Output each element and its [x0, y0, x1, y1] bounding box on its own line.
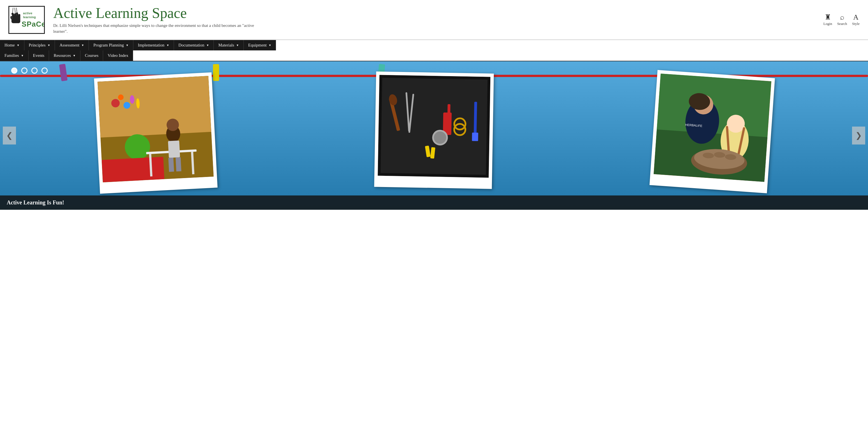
slide-indicators — [11, 67, 48, 74]
materials-dropdown-arrow: ▼ — [236, 44, 239, 47]
program-planning-dropdown-arrow: ▼ — [126, 44, 129, 47]
polaroid-1 — [94, 72, 218, 193]
nav-item-video-index[interactable]: Video Index — [103, 51, 133, 61]
nav-item-assessment[interactable]: Assessment▼ — [55, 40, 89, 51]
nav-item-home[interactable]: Home▼ — [0, 40, 24, 51]
search-label: Search — [837, 22, 847, 26]
implementation-dropdown-arrow: ▼ — [166, 44, 169, 47]
documentation-dropdown-arrow: ▼ — [206, 44, 209, 47]
nav-item-events[interactable]: Events — [29, 51, 49, 61]
equipment-dropdown-arrow: ▼ — [269, 44, 272, 47]
slider-caption: Active Learning Is Fun! — [0, 195, 868, 210]
svg-text:learning: learning — [23, 15, 36, 19]
svg-line-2 — [15, 7, 16, 13]
slider-next-button[interactable]: ❯ — [852, 127, 865, 145]
login-button[interactable]: ♜ Login — [824, 14, 832, 26]
photo-3: HERBALIFE — [654, 74, 771, 182]
nav-row-2: Families▼EventsResources▼CoursesVideo In… — [0, 51, 868, 61]
photo-1 — [97, 76, 214, 182]
photos-container: HERBALIFE — [0, 61, 868, 191]
nav-row-1: Home▼Principles▼Assessment▼Program Plann… — [0, 40, 868, 51]
assessment-dropdown-arrow: ▼ — [81, 44, 84, 47]
svg-rect-9 — [17, 13, 19, 17]
svg-rect-8 — [14, 13, 17, 17]
svg-text:SPaCe: SPaCe — [22, 20, 44, 28]
svg-rect-10 — [18, 14, 20, 17]
nav-item-documentation[interactable]: Documentation▼ — [174, 40, 214, 51]
hero-slider: HERBALIFE ❮ ❯ Active Learning Is Fun! — [0, 61, 868, 210]
svg-rect-29 — [168, 140, 180, 158]
svg-line-0 — [12, 7, 13, 12]
header-actions: ♜ Login ⌕ Search A Style — [824, 14, 860, 26]
nav-item-principles[interactable]: Principles▼ — [24, 40, 55, 51]
resources-dropdown-arrow: ▼ — [73, 54, 76, 57]
login-label: Login — [824, 22, 832, 26]
nav-item-materials[interactable]: Materials▼ — [214, 40, 244, 51]
site-subtitle: Dr. Lilli Nielsen's techniques that emph… — [53, 23, 255, 34]
chevron-right-icon: ❯ — [856, 131, 862, 140]
slider-prev-button[interactable]: ❮ — [3, 127, 16, 145]
site-title-area: Active Learning Space Dr. Lilli Nielsen'… — [53, 5, 824, 34]
site-header: active learning SPaCe Active Learning Sp… — [0, 0, 868, 40]
logo-area: active learning SPaCe — [8, 6, 45, 34]
search-button[interactable]: ⌕ Search — [837, 14, 847, 26]
photo-2 — [378, 75, 490, 178]
style-label: Style — [852, 22, 860, 26]
svg-line-4 — [17, 7, 17, 12]
svg-rect-23 — [102, 157, 164, 182]
svg-rect-39 — [447, 104, 451, 115]
main-nav: Home▼Principles▼Assessment▼Program Plann… — [0, 40, 868, 61]
caption-text: Active Learning Is Fun! — [7, 199, 64, 205]
slide-dot-1[interactable] — [21, 67, 27, 74]
search-icon: ⌕ — [840, 14, 844, 21]
svg-rect-43 — [472, 133, 478, 141]
slider-background: HERBALIFE ❮ ❯ Active Learning Is Fun! — [0, 61, 868, 210]
svg-rect-31 — [176, 157, 182, 172]
slide-dot-0[interactable] — [11, 67, 18, 74]
polaroid-3: HERBALIFE — [649, 70, 775, 193]
nav-item-equipment[interactable]: Equipment▼ — [244, 40, 276, 51]
logo-image: active learning SPaCe — [8, 6, 45, 34]
nav-item-resources[interactable]: Resources▼ — [49, 51, 81, 61]
home-dropdown-arrow: ▼ — [17, 44, 20, 47]
nav-item-implementation[interactable]: Implementation▼ — [133, 40, 174, 51]
site-title: Active Learning Space — [53, 5, 824, 21]
nav-item-program-planning[interactable]: Program Planning▼ — [89, 40, 133, 51]
svg-rect-30 — [168, 158, 174, 172]
style-icon: A — [853, 14, 859, 21]
style-button[interactable]: A Style — [852, 14, 860, 26]
polaroid-2 — [374, 72, 494, 189]
nav-item-courses[interactable]: Courses — [81, 51, 103, 61]
slide-dot-2[interactable] — [31, 67, 37, 74]
person-icon: ♜ — [825, 14, 831, 21]
families-dropdown-arrow: ▼ — [21, 54, 24, 57]
svg-text:active: active — [23, 11, 32, 15]
nav-item-families[interactable]: Families▼ — [0, 51, 29, 61]
slide-dot-3[interactable] — [41, 67, 48, 74]
principles-dropdown-arrow: ▼ — [48, 44, 51, 47]
chevron-left-icon: ❮ — [6, 131, 12, 140]
